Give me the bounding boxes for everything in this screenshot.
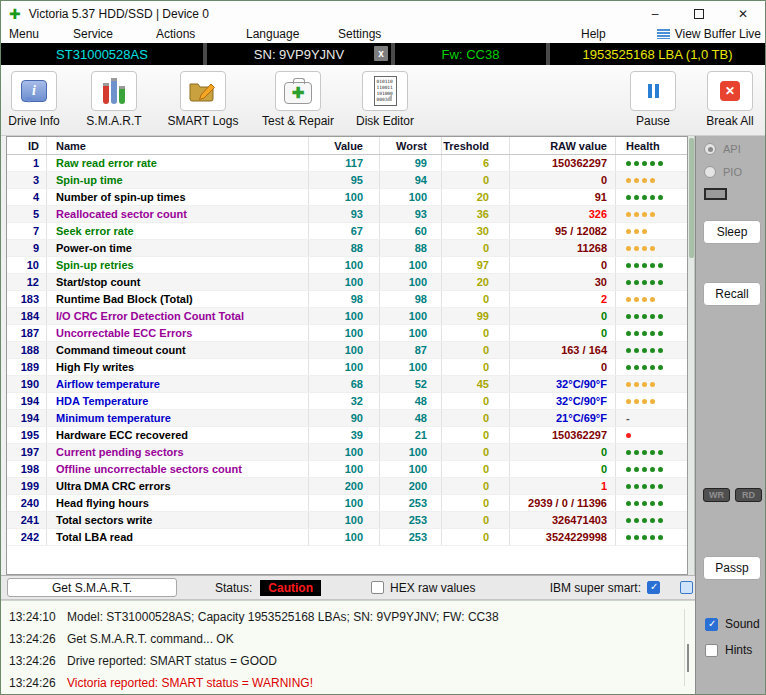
ibm-extra-checkbox[interactable] (680, 581, 693, 594)
table-row[interactable]: 12Start/stop count1001002030 (7, 274, 687, 291)
cell-worst: 253 (380, 512, 442, 528)
table-row[interactable]: 188Command timeout count100870163 / 164 (7, 342, 687, 359)
header-raw[interactable]: RAW value (510, 137, 616, 154)
cell-worst: 100 (380, 461, 442, 477)
table-row[interactable]: 5Reallocated sector count939336326 (7, 206, 687, 223)
menu-item-menu[interactable]: Menu (9, 27, 39, 41)
table-row[interactable]: 199Ultra DMA CRC errors20020001 (7, 478, 687, 495)
passp-button[interactable]: Passp (703, 556, 761, 580)
smart-attributes-table: ID Name Value Worst Treshold RAW value H… (6, 136, 688, 575)
table-row[interactable]: 184I/O CRC Error Detection Count Total10… (7, 308, 687, 325)
api-radio[interactable] (704, 143, 716, 155)
log-scrollbar[interactable] (684, 609, 692, 686)
sound-checkbox[interactable] (705, 618, 718, 631)
table-row[interactable]: 187Uncorrectable ECC Errors10010000 (7, 325, 687, 342)
close-button[interactable]: ✕ (721, 1, 765, 27)
table-row[interactable]: 194Minimum temperature9048021°C/69°F- (7, 410, 687, 427)
table-row[interactable]: 1Raw read error rate117996150362297 (7, 155, 687, 172)
recall-button[interactable]: Recall (703, 282, 761, 306)
get-smart-button[interactable]: Get S.M.A.R.T. (7, 578, 177, 597)
maximize-button[interactable] (677, 1, 721, 27)
cell-health (616, 461, 687, 477)
api-radio-option[interactable]: API (704, 143, 741, 155)
smart-logs-button[interactable]: SMART Logs (165, 71, 241, 128)
table-row[interactable]: 189High Fly writes10010000 (7, 359, 687, 376)
sound-option[interactable]: Sound (705, 617, 760, 631)
cell-value: 100 (309, 308, 380, 324)
hints-checkbox[interactable] (705, 644, 718, 657)
smart-button[interactable]: S.M.A.R.T (83, 71, 145, 128)
menu-item-help[interactable]: Help (581, 27, 606, 41)
disk-editor-button[interactable]: 010110 110011 101000 0001 Disk Editor (351, 71, 419, 128)
table-row[interactable]: 7Seek error rate67603095 / 12082 (7, 223, 687, 240)
hex-raw-values-option[interactable]: HEX raw values (371, 581, 475, 595)
health-dot (642, 399, 647, 404)
drive-info-button[interactable]: i Drive Info (5, 71, 63, 128)
table-row[interactable]: 241Total sectors write1002530326471403 (7, 512, 687, 529)
drive-serial-segment: SN: 9VP9YJNV x (207, 43, 391, 65)
table-row[interactable]: 240Head flying hours10025302939 / 0 / 11… (7, 495, 687, 512)
ibm-super-smart-checkbox[interactable] (647, 581, 660, 594)
cell-health (616, 342, 687, 358)
cell-health (616, 512, 687, 528)
menu-item-actions[interactable]: Actions (156, 27, 195, 41)
cell-health (616, 529, 687, 545)
table-row[interactable]: 242Total LBA read10025303524229998 (7, 529, 687, 546)
table-row[interactable]: 195Hardware ECC recovered39210150362297 (7, 427, 687, 444)
segment-close-button[interactable]: x (374, 46, 388, 61)
table-row[interactable]: 4Number of spin-up times1001002091 (7, 189, 687, 206)
menu-item-settings[interactable]: Settings (338, 27, 381, 41)
table-row[interactable]: 9Power-on time8888011268 (7, 240, 687, 257)
pio-radio-option[interactable]: PIO (704, 166, 742, 178)
cell-id: 242 (7, 529, 47, 545)
cell-worst: 94 (380, 172, 442, 188)
health-dot (650, 297, 655, 302)
header-id[interactable]: ID (7, 137, 47, 154)
wr-button[interactable]: WR (703, 488, 730, 502)
minimize-button[interactable]: – (633, 1, 677, 27)
table-row[interactable]: 3Spin-up time959400 (7, 172, 687, 189)
header-value[interactable]: Value (309, 137, 380, 154)
header-name[interactable]: Name (47, 137, 309, 154)
rd-button[interactable]: RD (735, 488, 762, 502)
table-row[interactable]: 194HDA Temperature3248032°C/90°F (7, 393, 687, 410)
hex-raw-values-checkbox[interactable] (371, 581, 384, 594)
cell-tresh: 0 (442, 359, 510, 375)
table-row[interactable]: 183Runtime Bad Block (Total)989802 (7, 291, 687, 308)
cell-id: 189 (7, 359, 47, 375)
menu-item-service[interactable]: Service (73, 27, 113, 41)
cell-value: 100 (309, 189, 380, 205)
cell-id: 197 (7, 444, 47, 460)
cell-value: 32 (309, 393, 380, 409)
log-scrollbar-thumb[interactable] (687, 644, 689, 672)
table-row[interactable]: 10Spin-up retries100100970 (7, 257, 687, 274)
cell-name: Power-on time (47, 240, 309, 256)
cell-id: 190 (7, 376, 47, 392)
cell-raw: 95 / 12082 (510, 223, 616, 239)
table-row[interactable]: 197Current pending sectors10010000 (7, 444, 687, 461)
table-scrollbar[interactable] (688, 136, 695, 575)
header-treshold[interactable]: Treshold (442, 137, 510, 154)
health-dot (650, 314, 655, 319)
drive-firmware: Fw: CC38 (395, 43, 546, 65)
hints-option[interactable]: Hints (705, 643, 752, 657)
table-row[interactable]: 190Airflow temperature68524532°C/90°F (7, 376, 687, 393)
health-dot (658, 501, 663, 506)
header-health[interactable]: Health (616, 137, 687, 154)
sleep-button[interactable]: Sleep (703, 220, 761, 244)
table-scrollbar-thumb[interactable] (689, 138, 694, 258)
table-row[interactable]: 198Offline uncorrectable sectors count10… (7, 461, 687, 478)
pio-radio[interactable] (704, 166, 716, 178)
menu-item-language[interactable]: Language (246, 27, 299, 41)
health-dot (658, 450, 663, 455)
view-buffer-live[interactable]: View Buffer Live (657, 27, 761, 41)
toolbar: i Drive Info S.M.A.R.T SMART Logs ✚ Test… (1, 65, 765, 136)
test-repair-button[interactable]: ✚ Test & Repair (255, 71, 341, 128)
health-dot (642, 484, 647, 489)
break-all-button[interactable]: ✕ Break All (699, 71, 761, 128)
health-dot (642, 229, 647, 234)
header-worst[interactable]: Worst (380, 137, 442, 154)
pause-button[interactable]: Pause (627, 71, 679, 128)
cell-value: 117 (309, 155, 380, 171)
cell-value: 100 (309, 444, 380, 460)
